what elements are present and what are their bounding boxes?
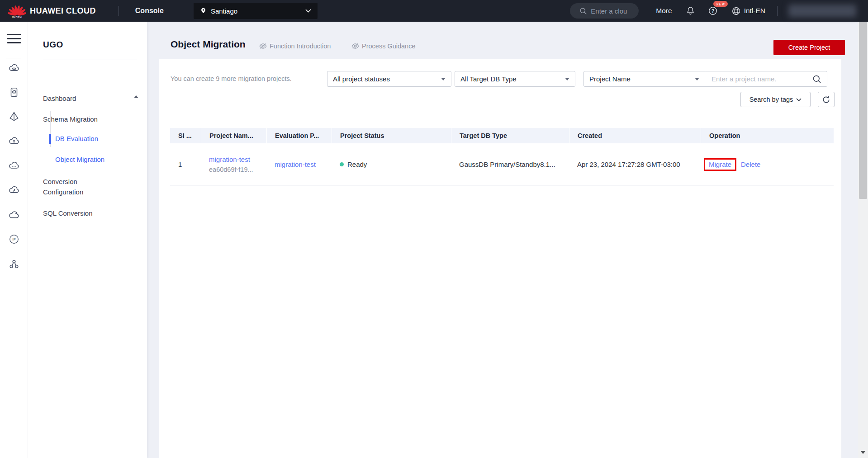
console-link[interactable]: Console	[135, 7, 164, 15]
project-name-input[interactable]	[705, 71, 812, 86]
search-by-tags-button[interactable]: Search by tags	[740, 92, 811, 107]
sidebar-item-conversion-configuration[interactable]: Conversion Configuration	[43, 176, 111, 197]
target-db-type-value: All Target DB Type	[460, 75, 517, 83]
object-migration-panel: You can create 9 more migration projects…	[159, 59, 841, 458]
notifications-bell-icon[interactable]	[686, 6, 695, 16]
cell-serial: 1	[170, 161, 201, 168]
cloud-ellipsis-icon[interactable]	[8, 160, 20, 172]
chevron-down-icon	[305, 9, 311, 13]
col-target-db-type[interactable]: Target DB Type	[451, 128, 569, 143]
caret-down-icon	[695, 78, 699, 80]
cell-project-status: Ready	[332, 161, 451, 168]
refresh-button[interactable]	[818, 92, 835, 107]
cloud-server-icon[interactable]	[8, 62, 20, 75]
sidebar-item-sql-conversion[interactable]: SQL Conversion	[43, 208, 133, 218]
account-name-redacted[interactable]	[788, 5, 856, 17]
project-name-link[interactable]: migration-test	[209, 156, 250, 163]
network-nodes-icon[interactable]	[8, 258, 20, 270]
svg-text:?: ?	[711, 8, 714, 14]
svg-text:IP: IP	[12, 237, 16, 241]
ip-address-icon[interactable]: IP	[8, 233, 20, 246]
col-evaluation-project[interactable]: Evaluation P...	[266, 128, 332, 143]
huawei-logo-icon[interactable]: HUAWEI	[8, 4, 26, 18]
collapse-arrow-icon[interactable]	[134, 95, 138, 98]
sidebar-title: UGO	[43, 40, 63, 50]
chevron-down-icon	[796, 98, 802, 101]
ugo-sidebar: UGO Dashboard Schema Migration DB Evalua…	[28, 22, 147, 458]
svg-text:HUAWEI: HUAWEI	[12, 15, 23, 18]
search-by-tags-label: Search by tags	[749, 96, 793, 103]
search-field-dropdown[interactable]: Project Name	[584, 71, 705, 86]
process-guidance-link[interactable]: Process Guidance	[351, 42, 415, 50]
prism-icon[interactable]	[8, 110, 20, 123]
cell-evaluation-project: migration-test	[266, 161, 332, 168]
cell-created: Apr 23, 2024 17:27:28 GMT-03:00	[569, 161, 701, 168]
migrate-annotation-box: Migrate	[704, 158, 736, 171]
sidebar-item-dashboard[interactable]: Dashboard	[43, 93, 133, 104]
status-label: Ready	[347, 161, 367, 168]
global-search-box[interactable]: Enter a clou	[570, 3, 639, 19]
col-operation[interactable]: Operation	[701, 128, 834, 143]
delete-link[interactable]: Delete	[741, 161, 760, 168]
process-guidance-label: Process Guidance	[362, 42, 415, 50]
vertical-scrollbar[interactable]	[858, 22, 868, 458]
region-name: Santiago	[211, 7, 237, 15]
evaluation-project-link[interactable]: migration-test	[275, 161, 316, 168]
target-db-type-dropdown[interactable]: All Target DB Type	[455, 71, 575, 87]
migrate-link[interactable]: Migrate	[709, 161, 731, 168]
more-menu[interactable]: More	[656, 7, 672, 15]
scrollbar-down-arrow[interactable]	[860, 451, 866, 454]
eye-off-icon	[351, 42, 359, 50]
search-icon	[579, 7, 587, 15]
region-selector[interactable]: Santiago	[194, 3, 318, 19]
sidebar-group-schema-migration[interactable]: Schema Migration	[43, 114, 133, 124]
sidebar-divider	[43, 60, 137, 60]
cloud-upload-icon[interactable]	[8, 135, 20, 147]
huawei-cloud-console: HUAWEI HUAWEI CLOUD Console Santiago Ent…	[0, 0, 868, 458]
project-name-search-control: Project Name	[583, 71, 827, 87]
cell-target-db-type: GaussDB Primary/Standby8.1...	[451, 161, 569, 168]
table-row: 1 migration-test ea60d69f-f19... migrati…	[170, 143, 834, 186]
cell-project-name: migration-test ea60d69f-f19...	[201, 156, 266, 173]
top-navigation-bar: HUAWEI HUAWEI CLOUD Console Santiago Ent…	[0, 0, 868, 22]
page-title: Object Migration	[171, 39, 246, 50]
global-search-placeholder: Enter a clou	[591, 7, 627, 15]
globe-icon	[731, 6, 741, 16]
language-label: Intl-EN	[744, 7, 765, 15]
create-project-button[interactable]: Create Project	[773, 40, 845, 55]
topbar-divider	[777, 6, 778, 16]
project-status-dropdown[interactable]: All project statuses	[327, 71, 451, 87]
cell-operation: MigrateDelete	[701, 158, 834, 171]
location-pin-icon	[200, 7, 207, 15]
caret-down-icon	[565, 78, 569, 80]
help-icon[interactable]: ? NEW	[708, 6, 718, 16]
cloud-icon[interactable]	[8, 209, 20, 222]
caret-down-icon	[441, 78, 446, 80]
search-icon[interactable]	[812, 75, 821, 84]
eye-off-icon	[259, 42, 267, 50]
database-doc-icon[interactable]	[8, 86, 20, 99]
new-badge: NEW	[713, 1, 728, 7]
table-header-row: SI ... Project Nam... Evaluation P... Pr…	[170, 128, 834, 143]
scrollbar-thumb[interactable]	[859, 22, 867, 199]
projects-table: SI ... Project Nam... Evaluation P... Pr…	[170, 128, 834, 186]
col-serial[interactable]: SI ...	[170, 128, 201, 143]
project-id: ea60d69f-f19...	[209, 166, 266, 173]
col-project-name[interactable]: Project Nam...	[201, 128, 266, 143]
sidebar-item-object-migration[interactable]: Object Migration	[55, 156, 104, 163]
function-introduction-label: Function Introduction	[270, 42, 331, 50]
sidebar-item-db-evaluation[interactable]: DB Evaluation	[55, 135, 98, 142]
search-field-value: Project Name	[589, 75, 631, 83]
function-introduction-link[interactable]: Function Introduction	[259, 42, 331, 50]
status-ready-dot	[340, 162, 344, 166]
service-icon-rail: IP	[0, 22, 28, 458]
hamburger-menu-icon[interactable]	[7, 34, 21, 46]
cloud-clock-icon[interactable]	[8, 184, 20, 197]
col-created[interactable]: Created	[569, 128, 701, 143]
language-selector[interactable]: Intl-EN	[731, 6, 765, 16]
active-item-bar	[49, 134, 51, 144]
topbar-divider	[119, 6, 119, 16]
col-project-status[interactable]: Project Status	[332, 128, 451, 143]
quota-text: You can create 9 more migration projects…	[171, 71, 292, 87]
project-status-value: All project statuses	[333, 75, 390, 83]
